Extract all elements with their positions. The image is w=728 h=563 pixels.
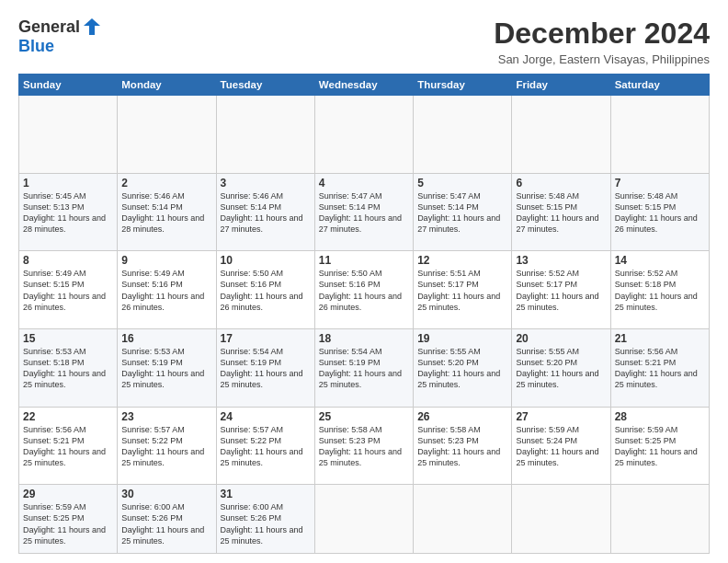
col-wednesday: Wednesday (314, 75, 413, 96)
table-row: 22Sunrise: 5:56 AMSunset: 5:21 PMDayligh… (19, 407, 118, 485)
table-row: 18Sunrise: 5:54 AMSunset: 5:19 PMDayligh… (314, 328, 413, 407)
day-info: Sunrise: 5:58 AMSunset: 5:23 PMDaylight:… (417, 424, 507, 469)
day-info: Sunrise: 5:56 AMSunset: 5:21 PMDaylight:… (615, 346, 705, 391)
day-number: 13 (516, 254, 606, 267)
day-info: Sunrise: 6:00 AMSunset: 5:26 PMDaylight:… (121, 501, 211, 546)
col-monday: Monday (118, 75, 216, 96)
table-row: 9Sunrise: 5:49 AMSunset: 5:16 PMDaylight… (118, 251, 216, 329)
table-row: 25Sunrise: 5:58 AMSunset: 5:23 PMDayligh… (314, 407, 413, 485)
table-row: 3Sunrise: 5:46 AMSunset: 5:14 PMDaylight… (216, 173, 314, 251)
logo-icon (82, 17, 102, 37)
header: General Blue December 2024 San Jorge, Ea… (18, 17, 710, 66)
day-info: Sunrise: 5:59 AMSunset: 5:25 PMDaylight:… (23, 501, 113, 546)
month-title: December 2024 (494, 17, 710, 51)
table-row: 12Sunrise: 5:51 AMSunset: 5:17 PMDayligh… (414, 251, 512, 329)
day-number: 14 (615, 254, 705, 267)
day-number: 4 (319, 177, 409, 190)
day-number: 9 (121, 254, 211, 267)
table-row (118, 96, 216, 174)
day-info: Sunrise: 5:55 AMSunset: 5:20 PMDaylight:… (516, 346, 606, 391)
day-info: Sunrise: 5:51 AMSunset: 5:17 PMDaylight:… (417, 268, 507, 313)
location: San Jorge, Eastern Visayas, Philippines (494, 52, 710, 66)
day-number: 3 (221, 177, 311, 190)
day-number: 18 (319, 332, 409, 345)
table-row: 19Sunrise: 5:55 AMSunset: 5:20 PMDayligh… (414, 328, 512, 407)
day-info: Sunrise: 5:47 AMSunset: 5:14 PMDaylight:… (319, 190, 409, 236)
table-row (19, 96, 118, 174)
day-info: Sunrise: 5:49 AMSunset: 5:15 PMDaylight:… (23, 268, 113, 313)
table-row: 11Sunrise: 5:50 AMSunset: 5:16 PMDayligh… (314, 251, 413, 329)
day-info: Sunrise: 5:48 AMSunset: 5:15 PMDaylight:… (615, 190, 705, 236)
table-row (512, 96, 610, 174)
table-row (610, 96, 709, 174)
day-info: Sunrise: 5:57 AMSunset: 5:22 PMDaylight:… (221, 424, 311, 469)
calendar-week-row: 22Sunrise: 5:56 AMSunset: 5:21 PMDayligh… (19, 407, 710, 485)
day-number: 5 (417, 177, 507, 190)
day-info: Sunrise: 5:52 AMSunset: 5:18 PMDaylight:… (615, 268, 705, 313)
day-number: 8 (23, 254, 113, 267)
table-row (414, 96, 512, 174)
day-info: Sunrise: 5:46 AMSunset: 5:14 PMDaylight:… (121, 190, 211, 236)
table-row: 15Sunrise: 5:53 AMSunset: 5:18 PMDayligh… (19, 328, 118, 407)
calendar-week-row (19, 96, 710, 174)
table-row: 16Sunrise: 5:53 AMSunset: 5:19 PMDayligh… (118, 328, 216, 407)
day-info: Sunrise: 6:00 AMSunset: 5:26 PMDaylight:… (221, 501, 311, 546)
table-row (414, 485, 512, 554)
day-number: 23 (121, 410, 211, 423)
col-saturday: Saturday (610, 75, 709, 96)
day-info: Sunrise: 5:59 AMSunset: 5:25 PMDaylight:… (615, 424, 705, 469)
day-info: Sunrise: 5:47 AMSunset: 5:14 PMDaylight:… (417, 190, 507, 236)
table-row (314, 96, 413, 174)
calendar-week-row: 29Sunrise: 5:59 AMSunset: 5:25 PMDayligh… (19, 485, 710, 554)
table-row (314, 485, 413, 554)
day-info: Sunrise: 5:53 AMSunset: 5:18 PMDaylight:… (23, 346, 113, 391)
table-row: 26Sunrise: 5:58 AMSunset: 5:23 PMDayligh… (414, 407, 512, 485)
day-number: 1 (23, 177, 113, 190)
day-number: 22 (23, 410, 113, 423)
day-number: 24 (221, 410, 311, 423)
day-info: Sunrise: 5:56 AMSunset: 5:21 PMDaylight:… (23, 424, 113, 469)
logo: General Blue (18, 17, 102, 56)
table-row: 30Sunrise: 6:00 AMSunset: 5:26 PMDayligh… (118, 485, 216, 554)
day-number: 15 (23, 332, 113, 345)
day-number: 11 (319, 254, 409, 267)
day-number: 20 (516, 332, 606, 345)
logo-general-text: General (18, 17, 80, 37)
day-info: Sunrise: 5:46 AMSunset: 5:14 PMDaylight:… (221, 190, 311, 236)
table-row: 13Sunrise: 5:52 AMSunset: 5:17 PMDayligh… (512, 251, 610, 329)
table-row: 23Sunrise: 5:57 AMSunset: 5:22 PMDayligh… (118, 407, 216, 485)
table-row: 21Sunrise: 5:56 AMSunset: 5:21 PMDayligh… (610, 328, 709, 407)
table-row: 28Sunrise: 5:59 AMSunset: 5:25 PMDayligh… (610, 407, 709, 485)
table-row: 20Sunrise: 5:55 AMSunset: 5:20 PMDayligh… (512, 328, 610, 407)
day-number: 21 (615, 332, 705, 345)
day-number: 10 (221, 254, 311, 267)
col-friday: Friday (512, 75, 610, 96)
table-row: 4Sunrise: 5:47 AMSunset: 5:14 PMDaylight… (314, 173, 413, 251)
day-info: Sunrise: 5:45 AMSunset: 5:13 PMDaylight:… (23, 190, 113, 236)
table-row: 31Sunrise: 6:00 AMSunset: 5:26 PMDayligh… (216, 485, 314, 554)
table-row: 29Sunrise: 5:59 AMSunset: 5:25 PMDayligh… (19, 485, 118, 554)
table-row: 27Sunrise: 5:59 AMSunset: 5:24 PMDayligh… (512, 407, 610, 485)
table-row: 5Sunrise: 5:47 AMSunset: 5:14 PMDaylight… (414, 173, 512, 251)
table-row: 2Sunrise: 5:46 AMSunset: 5:14 PMDaylight… (118, 173, 216, 251)
day-number: 28 (615, 410, 705, 423)
day-number: 25 (319, 410, 409, 423)
table-row: 7Sunrise: 5:48 AMSunset: 5:15 PMDaylight… (610, 173, 709, 251)
day-info: Sunrise: 5:54 AMSunset: 5:19 PMDaylight:… (221, 346, 311, 391)
table-row: 24Sunrise: 5:57 AMSunset: 5:22 PMDayligh… (216, 407, 314, 485)
table-row: 8Sunrise: 5:49 AMSunset: 5:15 PMDaylight… (19, 251, 118, 329)
table-row (512, 485, 610, 554)
calendar-week-row: 8Sunrise: 5:49 AMSunset: 5:15 PMDaylight… (19, 251, 710, 329)
day-number: 2 (121, 177, 211, 190)
table-row: 10Sunrise: 5:50 AMSunset: 5:16 PMDayligh… (216, 251, 314, 329)
day-info: Sunrise: 5:49 AMSunset: 5:16 PMDaylight:… (121, 268, 211, 313)
day-number: 29 (23, 488, 113, 500)
calendar-week-row: 15Sunrise: 5:53 AMSunset: 5:18 PMDayligh… (19, 328, 710, 407)
day-info: Sunrise: 5:58 AMSunset: 5:23 PMDaylight:… (319, 424, 409, 469)
title-block: December 2024 San Jorge, Eastern Visayas… (494, 17, 710, 66)
day-number: 17 (221, 332, 311, 345)
day-info: Sunrise: 5:59 AMSunset: 5:24 PMDaylight:… (516, 424, 606, 469)
col-tuesday: Tuesday (216, 75, 314, 96)
calendar-week-row: 1Sunrise: 5:45 AMSunset: 5:13 PMDaylight… (19, 173, 710, 251)
table-row: 17Sunrise: 5:54 AMSunset: 5:19 PMDayligh… (216, 328, 314, 407)
